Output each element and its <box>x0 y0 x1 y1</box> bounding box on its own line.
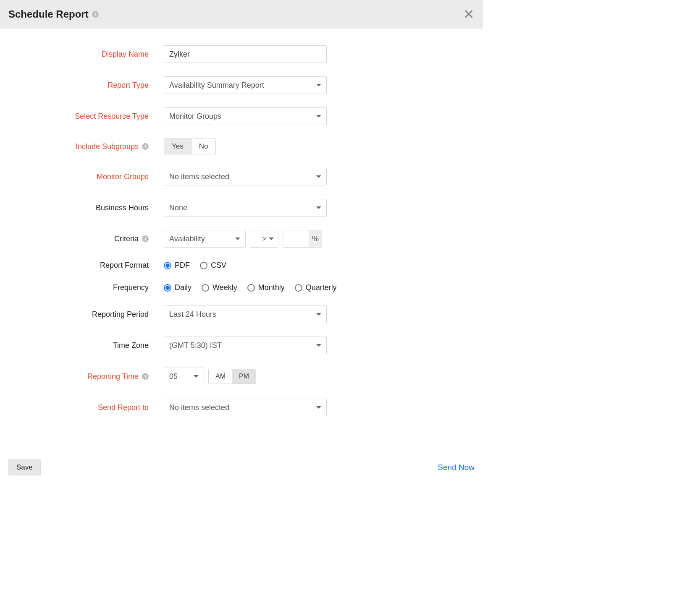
criteria-metric-select[interactable]: Availability <box>164 230 246 248</box>
chevron-down-icon <box>194 375 199 378</box>
resource-type-select[interactable]: Monitor Groups <box>164 107 327 125</box>
info-icon[interactable]: i <box>142 373 149 380</box>
frequency-daily-radio[interactable]: Daily <box>164 283 191 292</box>
pm-button[interactable]: PM <box>232 369 256 384</box>
label-criteria: Criteria <box>114 235 139 243</box>
label-business-hours: Business Hours <box>96 204 149 212</box>
am-button[interactable]: AM <box>209 369 232 384</box>
frequency-monthly-label: Monthly <box>258 283 285 292</box>
chevron-down-icon <box>316 206 321 209</box>
frequency-monthly-radio[interactable]: Monthly <box>247 283 285 292</box>
info-icon[interactable]: i <box>92 11 99 18</box>
label-display-name: Display Name <box>102 50 149 59</box>
criteria-value-input[interactable] <box>283 230 309 248</box>
chevron-down-icon <box>316 84 321 86</box>
chevron-down-icon <box>316 175 321 178</box>
row-resource-type: Select Resource Type Monitor Groups <box>8 107 475 125</box>
frequency-daily-label: Daily <box>175 283 191 292</box>
monitor-groups-select[interactable]: No items selected <box>164 168 327 185</box>
close-icon[interactable]: ✕ <box>463 8 475 21</box>
row-include-subgroups: Include Subgroups i Yes No <box>8 138 475 154</box>
business-hours-value: None <box>169 204 187 212</box>
label-reporting-time: Reporting Time <box>87 372 139 381</box>
include-subgroups-toggle: Yes No <box>164 138 216 154</box>
row-report-type: Report Type Availability Summary Report <box>8 76 475 94</box>
format-pdf-label: PDF <box>175 261 190 270</box>
row-reporting-time: Reporting Time i 05 AM PM <box>8 368 475 385</box>
row-display-name: Display Name <box>8 45 475 63</box>
dialog-footer: Save Send Now <box>0 451 483 484</box>
criteria-operator-value: > <box>262 235 267 243</box>
title-text: Schedule Report <box>8 8 89 20</box>
chevron-down-icon <box>316 115 321 117</box>
format-csv-radio[interactable]: CSV <box>200 261 226 270</box>
business-hours-select[interactable]: None <box>164 199 327 217</box>
display-name-input[interactable] <box>164 45 327 63</box>
info-icon[interactable]: i <box>142 143 149 150</box>
info-icon[interactable]: i <box>142 235 149 242</box>
format-pdf-radio[interactable]: PDF <box>164 261 190 270</box>
label-frequency: Frequency <box>113 283 149 292</box>
report-type-value: Availability Summary Report <box>169 81 264 90</box>
label-reporting-period: Reporting Period <box>92 310 149 319</box>
radio-icon <box>202 284 209 292</box>
reporting-hour-value: 05 <box>169 372 178 381</box>
row-report-format: Report Format PDF CSV <box>8 261 475 270</box>
frequency-quarterly-label: Quarterly <box>306 283 337 292</box>
row-reporting-period: Reporting Period Last 24 Hours <box>8 305 475 323</box>
criteria-unit: % <box>309 230 322 248</box>
dialog-header: Schedule Report i ✕ <box>0 0 483 29</box>
page-title: Schedule Report i <box>8 8 99 20</box>
label-include-subgroups: Include Subgroups <box>76 142 139 151</box>
radio-icon <box>247 284 255 292</box>
report-type-select[interactable]: Availability Summary Report <box>164 76 327 94</box>
chevron-down-icon <box>269 238 274 240</box>
format-csv-label: CSV <box>211 261 226 270</box>
reporting-period-select[interactable]: Last 24 Hours <box>164 305 327 323</box>
send-now-link[interactable]: Send Now <box>438 463 475 472</box>
schedule-report-dialog: Schedule Report i ✕ Display Name Report … <box>0 0 483 484</box>
include-subgroups-no[interactable]: No <box>191 139 216 154</box>
chevron-down-icon <box>235 238 240 240</box>
chevron-down-icon <box>316 313 321 316</box>
send-report-to-select[interactable]: No items selected <box>164 399 327 416</box>
send-report-to-value: No items selected <box>169 403 229 412</box>
save-button[interactable]: Save <box>8 459 41 475</box>
chevron-down-icon <box>316 344 321 347</box>
label-resource-type: Select Resource Type <box>75 112 149 121</box>
radio-icon <box>295 284 302 292</box>
reporting-period-value: Last 24 Hours <box>169 310 216 319</box>
time-zone-value: (GMT 5:30) IST <box>169 341 222 350</box>
criteria-operator-select[interactable]: > <box>250 230 278 248</box>
criteria-metric-value: Availability <box>169 235 205 243</box>
frequency-weekly-radio[interactable]: Weekly <box>202 283 237 292</box>
row-business-hours: Business Hours None <box>8 199 475 217</box>
resource-type-value: Monitor Groups <box>169 112 221 121</box>
row-monitor-groups: Monitor Groups No items selected <box>8 168 475 185</box>
row-frequency: Frequency Daily Weekly Monthly <box>8 283 475 292</box>
form-body: Display Name Report Type Availability Su… <box>0 29 483 442</box>
radio-icon <box>164 284 171 292</box>
chevron-down-icon <box>316 406 321 409</box>
time-zone-select[interactable]: (GMT 5:30) IST <box>164 337 327 354</box>
label-monitor-groups: Monitor Groups <box>97 172 149 181</box>
label-report-format: Report Format <box>100 261 149 270</box>
row-time-zone: Time Zone (GMT 5:30) IST <box>8 337 475 354</box>
include-subgroups-yes[interactable]: Yes <box>164 139 191 154</box>
label-time-zone: Time Zone <box>113 341 149 350</box>
radio-icon <box>200 262 207 269</box>
ampm-toggle: AM PM <box>208 369 256 384</box>
radio-icon <box>164 262 171 269</box>
row-send-report-to: Send Report to No items selected <box>8 399 475 416</box>
reporting-hour-select[interactable]: 05 <box>164 368 204 385</box>
label-send-report-to: Send Report to <box>98 403 149 412</box>
frequency-quarterly-radio[interactable]: Quarterly <box>295 283 337 292</box>
label-report-type: Report Type <box>108 81 149 90</box>
monitor-groups-value: No items selected <box>169 172 229 181</box>
frequency-weekly-label: Weekly <box>212 283 237 292</box>
row-criteria: Criteria i Availability > % <box>8 230 475 248</box>
